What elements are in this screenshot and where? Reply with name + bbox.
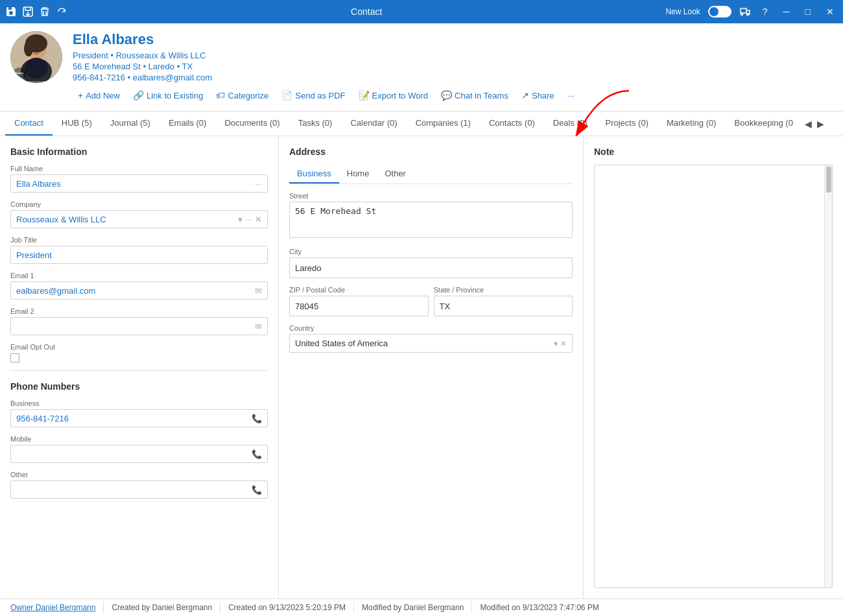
title-bar-right: New Look ? ─ □ ✕ — [665, 4, 838, 19]
email2-label: Email 2 — [10, 307, 268, 315]
email-opt-out-group: Email Opt Out — [10, 343, 268, 362]
country-clear-icon[interactable]: ✕ — [560, 339, 567, 348]
tab-documents[interactable]: Documents (0) — [215, 112, 289, 136]
tab-deals[interactable]: Deals (2) — [544, 112, 597, 136]
full-name-field[interactable]: Ella Albares ··· — [10, 174, 268, 193]
note-scrollbar[interactable] — [824, 165, 832, 587]
email-opt-out-checkbox[interactable] — [10, 353, 19, 362]
link-to-existing-button[interactable]: 🔗 Link to Existing — [128, 88, 208, 103]
tabs-bar: Contact HUB (5) Journal (5) Emails (0) D… — [0, 112, 843, 136]
other-phone-label: Other — [10, 471, 268, 479]
address-tab-home[interactable]: Home — [339, 165, 377, 184]
tab-hub[interactable]: HUB (5) — [53, 112, 101, 136]
note-content[interactable] — [595, 165, 824, 587]
street-group: Street — [289, 192, 573, 240]
tab-contacts[interactable]: Contacts (0) — [480, 112, 544, 136]
company-dropdown-icon[interactable]: ▾ — [238, 215, 243, 224]
job-title-field[interactable]: President — [10, 246, 268, 264]
address-tab-business[interactable]: Business — [289, 165, 339, 184]
email-opt-out-label: Email Opt Out — [10, 343, 268, 351]
tab-journal[interactable]: Journal (5) — [101, 112, 160, 136]
note-scrollbar-thumb[interactable] — [826, 167, 831, 193]
close-button[interactable]: ✕ — [822, 4, 838, 19]
business-phone-field[interactable]: 956-841-7216 📞 — [10, 409, 268, 427]
country-label: Country — [289, 324, 573, 332]
maximize-button[interactable]: □ — [801, 4, 814, 19]
tab-calendar[interactable]: Calendar (0) — [341, 112, 406, 136]
svg-rect-1 — [741, 8, 746, 13]
email2-group: Email 2 ✉ — [10, 307, 268, 335]
send-as-pdf-button[interactable]: 📄 Send as PDF — [276, 88, 350, 103]
chat-in-teams-button[interactable]: 💬 Chat in Teams — [436, 88, 514, 103]
status-modified-on: Modified on 9/13/2023 7:47:06 PM — [472, 602, 606, 613]
tab-next-button[interactable]: ▶ — [814, 113, 827, 134]
notifications-icon[interactable] — [739, 6, 751, 18]
basic-info-panel: Basic Information Full Name Ella Albares… — [0, 136, 279, 598]
phone-numbers-title: Phone Numbers — [10, 381, 268, 392]
tab-prev-button[interactable]: ◀ — [802, 113, 814, 134]
tab-tasks[interactable]: Tasks (0) — [289, 112, 342, 136]
state-label: State / Province — [434, 286, 573, 294]
email1-label: Email 1 — [10, 272, 268, 279]
owner-link[interactable]: Owner Daniel Bergmann — [10, 603, 95, 612]
tab-projects[interactable]: Projects (0) — [597, 112, 658, 136]
job-title-label: Job Title — [10, 236, 268, 244]
address-tab-other[interactable]: Other — [377, 165, 414, 184]
business-phone-group: Business 956-841-7216 📞 — [10, 399, 268, 427]
contact-address: 56 E Morehead St • Laredo • TX — [73, 62, 833, 71]
tab-bookkeeping[interactable]: Bookkeeping (0 — [726, 112, 802, 136]
country-dropdown-icon[interactable]: ▾ — [554, 339, 558, 348]
address-title: Address — [289, 147, 573, 157]
save-icon[interactable] — [5, 6, 17, 18]
company-more-icon[interactable]: ··· — [245, 215, 252, 224]
minimize-button[interactable]: ─ — [779, 4, 794, 19]
avatar[interactable]: 📷 — [10, 31, 62, 83]
svg-point-9 — [24, 41, 33, 56]
more-button[interactable]: ··· — [562, 88, 580, 103]
email2-field[interactable]: ✉ — [10, 317, 268, 335]
email1-field[interactable]: ealbares@gmail.com ✉ — [10, 281, 268, 300]
country-input-wrapper[interactable]: ▾ ✕ — [289, 334, 573, 353]
note-title: Note — [594, 147, 833, 157]
country-input[interactable] — [295, 335, 554, 352]
address-panel: Address Business Home Other Street City … — [279, 136, 584, 598]
help-button[interactable]: ? — [759, 4, 772, 19]
add-new-button[interactable]: + Add New — [73, 88, 125, 103]
state-input[interactable] — [434, 296, 573, 316]
more-options-icon[interactable]: ··· — [255, 179, 262, 189]
status-modified-by: Modified by Daniel Bergmann — [354, 602, 472, 613]
company-clear-icon[interactable]: ✕ — [255, 215, 262, 224]
other-phone-field[interactable]: 📞 — [10, 480, 268, 499]
share-button[interactable]: ↗ Share — [516, 88, 560, 103]
street-input[interactable] — [289, 202, 573, 238]
status-bar: Owner Daniel Bergmann Created by Daniel … — [0, 598, 843, 616]
title-bar-quick-actions — [5, 6, 67, 18]
contact-name: Ella Albares — [73, 31, 833, 48]
tab-contact[interactable]: Contact — [5, 112, 53, 136]
categorize-button[interactable]: 🏷 Categorize — [211, 88, 274, 103]
company-group: Company Rousseaux & Willis LLC ▾ ··· ✕ — [10, 200, 268, 228]
contact-header: 📷 Ella Albares President • Rousseaux & W… — [0, 23, 843, 112]
export-to-word-button[interactable]: 📝 Export to Word — [353, 88, 433, 103]
note-panel: Note — [584, 136, 843, 598]
camera-icon[interactable]: 📷 — [13, 67, 26, 80]
city-label: City — [289, 248, 573, 255]
city-input[interactable] — [289, 257, 573, 278]
tab-emails[interactable]: Emails (0) — [160, 112, 216, 136]
email-opt-out-container — [10, 353, 268, 362]
new-look-toggle[interactable] — [708, 6, 731, 18]
company-field[interactable]: Rousseaux & Willis LLC ▾ ··· ✕ — [10, 210, 268, 228]
delete-icon[interactable] — [39, 6, 51, 18]
note-area[interactable] — [594, 165, 833, 588]
refresh-icon[interactable] — [56, 6, 67, 18]
tab-marketing[interactable]: Marketing (0) — [658, 112, 726, 136]
status-created-on: Created on 9/13/2023 5:20:19 PM — [220, 602, 354, 613]
save-as-icon[interactable] — [22, 6, 34, 18]
other-phone-icon: 📞 — [252, 485, 262, 495]
full-name-group: Full Name Ella Albares ··· — [10, 165, 268, 193]
note-textarea[interactable] — [595, 165, 824, 587]
zip-input[interactable] — [289, 296, 429, 316]
mobile-phone-field[interactable]: 📞 — [10, 445, 268, 463]
new-look-label: New Look — [665, 7, 700, 16]
tab-companies[interactable]: Companies (1) — [407, 112, 480, 136]
